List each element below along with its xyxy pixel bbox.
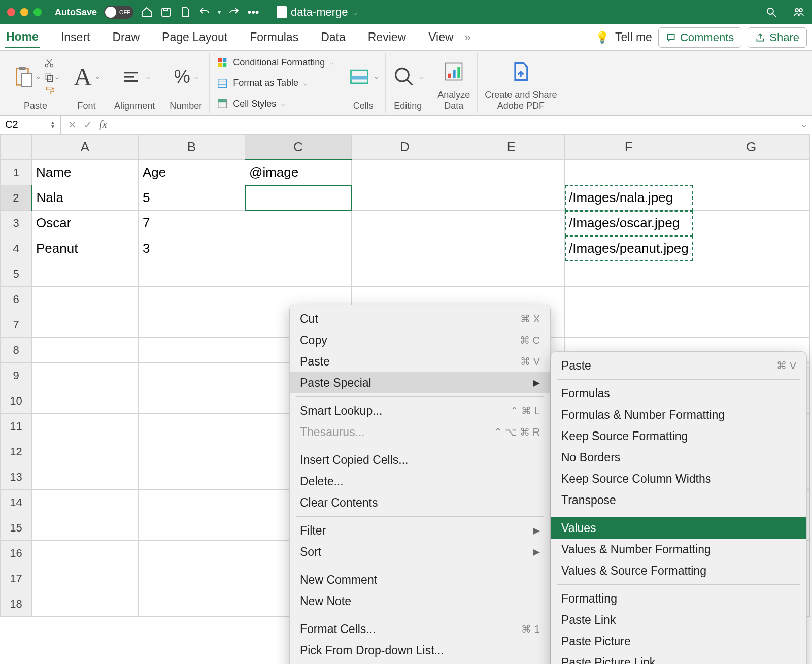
submenu-paste[interactable]: Paste⌘ V	[551, 355, 806, 376]
cell-f3[interactable]: /Images/oscar.jpeg	[565, 211, 693, 236]
autosave-toggle[interactable]: OFF	[104, 6, 133, 19]
cell-a1[interactable]: Name	[32, 160, 139, 185]
submenu-transpose[interactable]: Transpose	[551, 489, 806, 511]
cell-d3[interactable]	[352, 211, 458, 236]
search-icon[interactable]	[765, 6, 777, 18]
submenu-formatting[interactable]: Formatting	[551, 588, 806, 609]
menu-filter[interactable]: Filter▶	[290, 520, 550, 541]
row-header-3[interactable]: 3	[1, 211, 32, 236]
cell-b6[interactable]	[139, 287, 245, 312]
row-header-15[interactable]: 15	[1, 515, 32, 541]
submenu-values[interactable]: Values	[551, 517, 806, 539]
menu-sort[interactable]: Sort▶	[290, 541, 550, 562]
alignment-dropdown[interactable]: ⌵	[146, 73, 150, 80]
submenu-keep-source[interactable]: Keep Source Formatting	[551, 425, 806, 447]
col-header-b[interactable]: B	[139, 135, 245, 160]
cell-g2[interactable]	[693, 185, 809, 211]
submenu-keep-col-widths[interactable]: Keep Source Column Widths	[551, 468, 806, 489]
menu-paste-special[interactable]: Paste Special▶	[290, 372, 550, 393]
cell-b4[interactable]: 3	[139, 236, 245, 261]
fat-dropdown[interactable]: ⌵	[303, 80, 307, 87]
cell-b8[interactable]	[139, 338, 245, 363]
tab-formulas[interactable]: Formulas	[249, 27, 299, 47]
tab-home[interactable]: Home	[5, 27, 40, 48]
menu-insert-copied[interactable]: Insert Copied Cells...	[290, 449, 550, 471]
col-header-c[interactable]: C	[245, 135, 352, 160]
file-tab[interactable]: data-merge ⌵	[277, 6, 357, 19]
submenu-formulas-num[interactable]: Formulas & Number Formatting	[551, 404, 806, 425]
row-header-14[interactable]: 14	[1, 490, 32, 515]
cell-g3[interactable]	[693, 211, 809, 236]
cell-b17[interactable]	[139, 566, 245, 591]
cells-icon[interactable]	[348, 65, 370, 88]
cell-a6[interactable]	[32, 287, 139, 312]
cell-a16[interactable]	[32, 541, 139, 566]
cell-c3[interactable]	[245, 211, 352, 236]
close-window[interactable]	[7, 8, 15, 16]
tell-me[interactable]: Tell me	[615, 30, 652, 44]
cell-a2[interactable]: Nala	[32, 185, 139, 211]
row-header-17[interactable]: 17	[1, 566, 32, 591]
save-icon[interactable]	[160, 6, 172, 18]
cell-b14[interactable]	[139, 490, 245, 515]
number-dropdown[interactable]: ⌵	[194, 73, 198, 80]
submenu-paste-picture[interactable]: Paste Picture	[551, 630, 806, 652]
cell-f4[interactable]: /Images/peanut.jpeg	[565, 236, 693, 261]
tab-insert[interactable]: Insert	[60, 27, 91, 47]
home-icon[interactable]	[141, 6, 153, 18]
cut-icon[interactable]	[44, 57, 54, 69]
row-header-12[interactable]: 12	[1, 439, 32, 464]
comments-button[interactable]: Comments	[658, 27, 741, 48]
format-painter-icon[interactable]	[44, 85, 56, 96]
formula-input[interactable]	[114, 116, 797, 134]
accept-formula-icon[interactable]: ✓	[84, 119, 92, 131]
col-header-a[interactable]: A	[32, 135, 139, 160]
cell-f2[interactable]: /Images/nala.jpeg	[565, 185, 693, 211]
tab-data[interactable]: Data	[320, 27, 347, 47]
editing-icon[interactable]	[393, 65, 415, 88]
row-header-6[interactable]: 6	[1, 287, 32, 312]
cell-d1[interactable]	[352, 160, 458, 185]
more-icon[interactable]: •••	[247, 6, 259, 18]
cell-a10[interactable]	[32, 388, 139, 414]
paste-dropdown[interactable]: ⌵	[37, 73, 40, 80]
cell-b10[interactable]	[139, 388, 245, 414]
cell-a12[interactable]	[32, 439, 139, 464]
cell-f6[interactable]	[565, 287, 693, 312]
cell-d5[interactable]	[352, 261, 458, 287]
menu-smart-lookup[interactable]: Smart Lookup...⌃ ⌘ L	[290, 400, 550, 421]
cell-g4[interactable]	[693, 236, 809, 261]
editing-dropdown[interactable]: ⌵	[419, 73, 423, 80]
fx-label[interactable]: fx	[99, 119, 107, 130]
col-header-e[interactable]: E	[458, 135, 565, 160]
select-all-corner[interactable]	[1, 135, 32, 160]
row-header-18[interactable]: 18	[1, 591, 32, 617]
cells-dropdown[interactable]: ⌵	[375, 73, 378, 80]
cell-a15[interactable]	[32, 515, 139, 541]
cell-c2[interactable]	[245, 185, 352, 211]
tab-view[interactable]: View	[427, 27, 454, 47]
submenu-paste-picture-link[interactable]: Paste Picture Link	[551, 652, 806, 664]
cell-a13[interactable]	[32, 464, 139, 490]
name-box-spinner[interactable]: ▲▼	[50, 121, 55, 129]
cell-e5[interactable]	[458, 261, 565, 287]
row-header-4[interactable]: 4	[1, 236, 32, 261]
redo-icon[interactable]	[228, 6, 240, 18]
row-header-2[interactable]: 2	[1, 185, 32, 211]
percent-icon[interactable]: %	[174, 66, 190, 87]
cell-g5[interactable]	[693, 261, 809, 287]
font-icon[interactable]: A	[74, 62, 92, 91]
cell-b18[interactable]	[139, 591, 245, 617]
row-header-11[interactable]: 11	[1, 414, 32, 439]
cell-e1[interactable]	[458, 160, 565, 185]
cell-b2[interactable]: 5	[139, 185, 245, 211]
cell-c5[interactable]	[245, 261, 352, 287]
minimize-window[interactable]	[20, 8, 28, 16]
cell-g1[interactable]	[693, 160, 809, 185]
menu-copy[interactable]: Copy⌘ C	[290, 329, 550, 351]
cell-a18[interactable]	[32, 591, 139, 617]
cell-f7[interactable]	[565, 312, 693, 338]
cell-a17[interactable]	[32, 566, 139, 591]
row-header-7[interactable]: 7	[1, 312, 32, 338]
tab-review[interactable]: Review	[367, 27, 407, 47]
